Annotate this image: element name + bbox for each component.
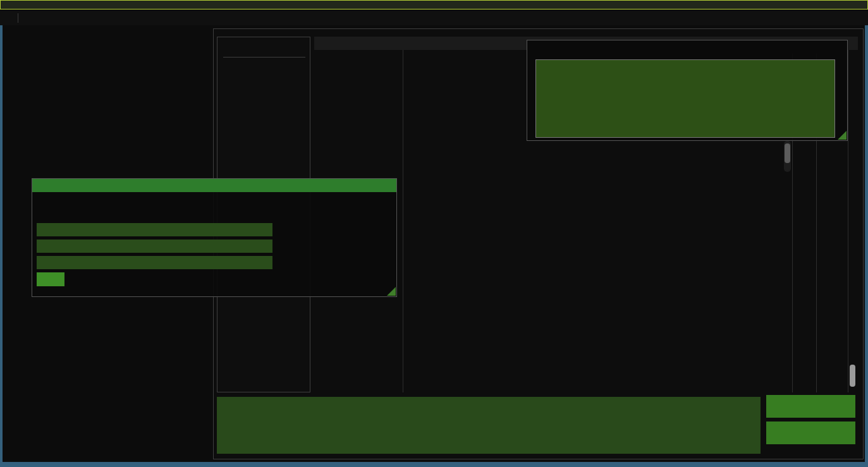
join-window-titlebar[interactable] xyxy=(32,179,396,192)
column-divider xyxy=(848,50,848,392)
join-name-input[interactable] xyxy=(37,240,272,253)
window-border-left xyxy=(0,11,3,467)
window-border-bottom xyxy=(0,462,868,467)
window-titlebar[interactable] xyxy=(0,0,868,9)
window-border-right xyxy=(865,11,868,467)
resize-grip[interactable] xyxy=(838,131,847,140)
send-file-button[interactable] xyxy=(766,395,855,418)
paste-file-button[interactable] xyxy=(766,422,855,444)
chat-scrollbar[interactable] xyxy=(850,365,855,387)
histogram-plot xyxy=(535,59,835,138)
join-button[interactable] xyxy=(37,272,64,286)
message-pane-scrollbar[interactable] xyxy=(785,143,790,163)
app-window xyxy=(0,0,868,467)
histogram-window-titlebar[interactable] xyxy=(527,40,847,54)
tab-debug[interactable] xyxy=(314,39,321,48)
message-input[interactable] xyxy=(217,397,761,454)
histogram-window xyxy=(527,40,848,141)
column-divider xyxy=(403,50,403,392)
menu-separator xyxy=(18,13,18,23)
join-password-input[interactable] xyxy=(37,256,272,269)
chat-id-input[interactable] xyxy=(37,223,272,236)
members-separator xyxy=(223,57,305,58)
join-group-window xyxy=(32,178,397,297)
resize-grip[interactable] xyxy=(387,287,396,296)
menu-bar xyxy=(0,11,868,25)
